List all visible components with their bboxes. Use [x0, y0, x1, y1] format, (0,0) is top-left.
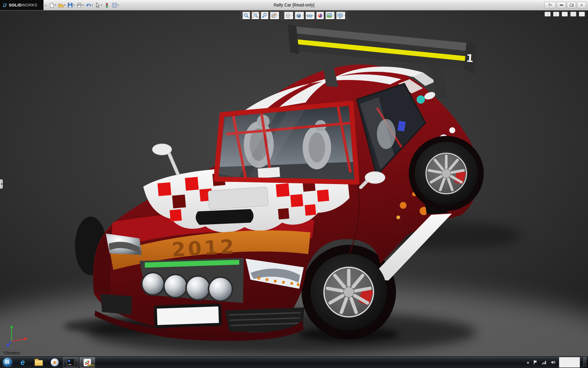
select-cursor-icon	[95, 2, 100, 8]
taskbar-command-prompt[interactable]	[63, 357, 78, 368]
document-restore-button[interactable]	[570, 12, 576, 17]
open-folder-icon	[58, 2, 64, 8]
taskbar: e 2015	[0, 356, 588, 368]
car-year-decal: 2012	[171, 235, 237, 261]
command-prompt-icon	[67, 358, 75, 366]
section-view-button[interactable]: ▾	[270, 11, 280, 20]
previous-view-icon	[261, 12, 268, 19]
front-wheel	[311, 254, 387, 331]
hood-vent	[208, 187, 268, 210]
select-button[interactable]: ▾	[94, 2, 103, 9]
action-center-button[interactable]	[533, 360, 538, 365]
rebuild-traffic-light-icon	[104, 2, 110, 8]
apply-scene-icon	[326, 12, 333, 19]
document-minimize-button[interactable]	[562, 12, 568, 17]
feature-tree-collapsed-tab[interactable]	[0, 179, 3, 189]
restore-button[interactable]	[567, 2, 576, 9]
section-view-icon	[270, 12, 277, 19]
document-minimize-icon	[564, 14, 565, 15]
pane-split-button[interactable]	[553, 12, 559, 17]
document-restore-icon	[573, 13, 574, 16]
hide-show-items-button[interactable]: ▾	[305, 11, 315, 20]
taskbar-solidworks-2015[interactable]: 2015	[80, 357, 95, 368]
taskbar-internet-explorer[interactable]: e	[15, 357, 31, 368]
pane-split-icon	[556, 12, 557, 16]
network-button[interactable]	[541, 360, 547, 365]
pane-single-icon	[547, 12, 548, 16]
zoom-to-area-button[interactable]	[251, 11, 260, 20]
internet-explorer-icon: e	[21, 358, 25, 366]
edit-appearance-ball-icon	[317, 12, 324, 19]
solidworks-brand: SOLIDWORKS	[0, 0, 43, 10]
volume-icon	[551, 360, 556, 365]
open-document-button[interactable]: ▾	[58, 2, 66, 9]
close-icon: ×	[580, 3, 582, 7]
pane-single-button[interactable]	[545, 12, 551, 17]
restore-icon	[570, 4, 573, 6]
network-icon	[542, 360, 547, 365]
display-style-shaded-cube-icon	[295, 12, 302, 19]
document-close-icon: ×	[581, 12, 583, 17]
rebuild-button[interactable]	[104, 2, 110, 9]
zoom-to-fit-button[interactable]	[242, 11, 251, 20]
taskbar-file-explorer[interactable]	[31, 357, 47, 368]
document-close-button[interactable]: ×	[579, 12, 585, 17]
3ds-logo-icon	[2, 2, 8, 8]
system-tray: 4:03 PM 7/13/2015	[526, 357, 588, 368]
new-document-button[interactable]: ▾	[48, 2, 57, 9]
heads-up-view-toolbar: ▾ ▾ ▾ ▾	[239, 11, 348, 21]
show-hidden-icons-button[interactable]	[526, 362, 530, 363]
brand-text: SOLIDWORKS	[9, 3, 37, 7]
hood-scoop	[196, 209, 254, 225]
toolbar-separator	[281, 13, 282, 18]
help-button[interactable]: ?▾	[544, 2, 556, 9]
previous-view-button[interactable]	[260, 11, 269, 20]
options-grid-icon	[112, 2, 117, 8]
toolbar-expand-chevron[interactable]: »	[45, 3, 47, 7]
view-settings-button[interactable]: ▾	[336, 11, 346, 20]
3d-viewport[interactable]: 2012	[0, 10, 588, 357]
wing-number: 1	[466, 52, 474, 65]
view-orientation-label: *Dimetric	[3, 351, 21, 355]
hide-show-glasses-icon	[306, 12, 313, 19]
new-document-icon	[49, 2, 55, 8]
title-bar[interactable]: SOLIDWORKS » ▾ ▾ ▾	[0, 0, 588, 10]
coordinate-triad	[5, 322, 31, 349]
save-floppy-icon	[67, 2, 73, 8]
zoom-to-area-icon	[252, 12, 259, 19]
view-orientation-button[interactable]: ▾	[284, 11, 294, 20]
view-settings-monitor-icon	[337, 12, 344, 19]
taskbar-windows-media-player[interactable]	[47, 357, 62, 368]
zoom-to-fit-icon	[243, 12, 250, 19]
windows-orb-icon	[3, 358, 12, 367]
window-controls: ?▾ ×	[544, 2, 588, 9]
minimize-icon	[560, 5, 563, 6]
display-style-button[interactable]: ▾	[294, 11, 304, 20]
rear-deck-detail	[417, 95, 425, 104]
view-orientation-cube-icon	[285, 12, 291, 19]
show-hidden-icons-arrow-icon	[527, 362, 529, 363]
print-button[interactable]: ▾	[76, 2, 84, 9]
license-plate	[155, 305, 221, 327]
solidworks-version-badge: 2015	[88, 364, 94, 367]
minimize-button[interactable]	[557, 2, 566, 9]
close-button[interactable]: ×	[577, 2, 586, 9]
start-button[interactable]	[0, 357, 15, 368]
document-window-controls: ×	[545, 12, 585, 17]
taskbar-clock[interactable]: 4:03 PM 7/13/2015	[559, 357, 580, 368]
edit-appearance-button[interactable]	[316, 11, 325, 20]
clock-time: 4:03 PM	[561, 358, 578, 362]
action-center-flag-icon	[533, 360, 538, 365]
options-button[interactable]: ▾	[111, 2, 119, 9]
print-icon	[77, 2, 82, 8]
left-bumper-vent	[100, 294, 132, 315]
windshield	[216, 100, 357, 182]
show-desktop-button[interactable]	[583, 357, 587, 368]
rear-wheel	[409, 136, 484, 211]
undo-button[interactable]: ▾	[85, 2, 93, 9]
main-toolbar: ▾ ▾ ▾ ▾ ▾	[48, 2, 119, 9]
collapse-arrow-icon	[1, 183, 2, 185]
save-button[interactable]: ▾	[67, 2, 75, 9]
volume-button[interactable]	[550, 360, 556, 365]
apply-scene-button[interactable]: ▾	[325, 11, 335, 20]
